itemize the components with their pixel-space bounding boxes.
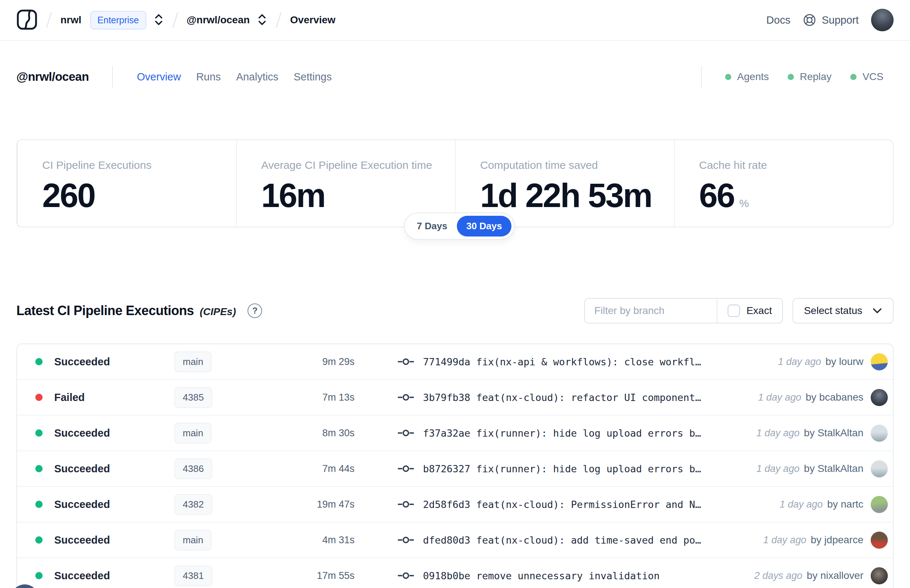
cipe-row[interactable]: Succeeded main 4m 31s dfed80d3 feat(nx-c…	[17, 522, 893, 558]
workspace-tab[interactable]: Settings	[294, 71, 332, 83]
status-cell: Succeeded	[35, 463, 175, 475]
stat-number: 66	[699, 176, 734, 215]
feature-status-item[interactable]: Replay	[788, 71, 831, 82]
relative-time: 1 day ago	[778, 356, 821, 367]
stat-card: CI Pipeline Executions 260	[17, 140, 236, 227]
branch-cell: main	[175, 423, 252, 444]
chevron-up-down-icon	[257, 13, 267, 27]
status-dot	[35, 501, 43, 508]
author-avatar[interactable]	[871, 567, 888, 584]
branch-badge[interactable]: 4386	[175, 459, 212, 479]
workspace-tabs: Overview Runs Analytics Settings	[137, 71, 331, 83]
author-avatar[interactable]	[871, 353, 888, 370]
docs-link[interactable]: Docs	[766, 14, 790, 26]
duration: 19m 47s	[252, 499, 354, 510]
cipe-row[interactable]: Failed 4385 7m 13s 3b79fb38 feat(nx-clou…	[17, 380, 893, 415]
git-commit-icon	[398, 393, 414, 402]
workspace-tab[interactable]: Runs	[196, 71, 221, 83]
stat-label: Cache hit rate	[699, 159, 886, 171]
branch-badge[interactable]: 4382	[175, 494, 212, 515]
author-avatar[interactable]	[871, 425, 888, 442]
status-cell: Succeeded	[35, 356, 175, 368]
help-icon[interactable]: ?	[247, 304, 262, 318]
meta-cell: 1 day ago by nartc	[773, 496, 888, 513]
workspace-tab[interactable]: Analytics	[236, 71, 278, 83]
topbar-right: Docs Support	[766, 9, 894, 31]
breadcrumb-workspace[interactable]: @nrwl/ocean	[187, 14, 250, 26]
user-avatar[interactable]	[871, 9, 894, 31]
topbar: nrwl Enterprise @nrwl/ocean Overview Doc…	[0, 0, 910, 41]
breadcrumb-page: Overview	[290, 14, 336, 26]
meta-cell: 1 day ago by lourw	[771, 353, 888, 370]
feature-status-group: Agents Replay VCS	[701, 66, 894, 87]
author-avatar[interactable]	[871, 389, 888, 406]
cipe-row[interactable]: Succeeded 4381 17m 55s 0918b0be remove u…	[17, 558, 893, 588]
commit-message[interactable]: 3b79fb38 feat(nx-cloud): refactor UI com…	[423, 392, 701, 403]
chevron-up-down-icon	[154, 13, 164, 27]
org-switcher-button[interactable]	[154, 13, 164, 27]
breadcrumb-org[interactable]: nrwl	[60, 14, 82, 26]
status-select-dropdown[interactable]: Select status	[792, 298, 894, 323]
stat-value: 16m	[261, 176, 448, 215]
branch-cell: 4382	[175, 494, 252, 515]
git-commit-icon	[398, 499, 414, 509]
date-range-option[interactable]: 30 Days	[457, 216, 511, 236]
author-avatar[interactable]	[871, 531, 888, 549]
cipe-row[interactable]: Succeeded 4386 7m 44s b8726327 fix(runne…	[17, 451, 893, 487]
status-label: Succeeded	[54, 463, 110, 475]
cipe-row[interactable]: Succeeded main 8m 30s f37a32ae fix(runne…	[17, 415, 893, 451]
branch-filter-group: Exact	[584, 298, 783, 323]
feature-status-label: Agents	[737, 71, 769, 82]
author-avatar[interactable]	[871, 460, 888, 477]
commit-message[interactable]: 2d58f6d3 feat(nx-cloud): PermissionError…	[423, 499, 701, 510]
branch-badge[interactable]: 4381	[175, 565, 212, 586]
commit-message[interactable]: 0918b0be remove unnecessary invalidation	[423, 570, 659, 582]
git-commit-icon	[398, 571, 414, 580]
stat-label: CI Pipeline Executions	[42, 159, 229, 171]
cipes-section-header: Latest CI Pipeline Executions (CIPEs) ? …	[0, 298, 910, 324]
cipe-row[interactable]: Succeeded 4382 19m 47s 2d58f6d3 feat(nx-…	[17, 487, 893, 522]
branch-badge[interactable]: main	[175, 530, 212, 551]
exact-toggle[interactable]: Exact	[717, 299, 782, 323]
commit-message[interactable]: b8726327 fix(runner): hide log upload er…	[423, 463, 701, 475]
branch-badge[interactable]: 4385	[175, 387, 212, 408]
commit-message[interactable]: dfed80d3 feat(nx-cloud): add time-saved …	[423, 535, 701, 546]
nx-cloud-logo[interactable]	[16, 9, 37, 31]
relative-time: 1 day ago	[758, 392, 802, 403]
support-link[interactable]: Support	[803, 13, 859, 27]
feature-status-item[interactable]: Agents	[725, 71, 769, 82]
cipes-controls: Exact Select status	[584, 298, 894, 323]
relative-time: 2 days ago	[754, 570, 802, 582]
status-cell: Succeeded	[35, 499, 175, 510]
feature-status-dot	[850, 74, 857, 80]
feature-status-item[interactable]: VCS	[850, 71, 883, 82]
workspace-switcher-button[interactable]	[257, 13, 267, 27]
stat-value: 66 %	[699, 176, 886, 215]
cipe-row[interactable]: Succeeded main 9m 29s 771499da fix(nx-ap…	[17, 344, 893, 380]
enterprise-badge: Enterprise	[90, 11, 146, 29]
status-label: Succeeded	[54, 499, 110, 510]
breadcrumb-separator	[172, 12, 178, 28]
breadcrumb-separator	[276, 12, 281, 28]
author-avatar[interactable]	[871, 496, 888, 513]
date-range-option[interactable]: 7 Days	[407, 216, 457, 236]
header-divider	[112, 66, 113, 87]
page-title: @nrwl/ocean	[16, 70, 89, 84]
workspace-tab[interactable]: Overview	[137, 71, 181, 83]
branch-filter-input[interactable]	[585, 299, 717, 323]
branch-badge[interactable]: main	[175, 352, 212, 372]
status-label: Succeeded	[54, 427, 110, 439]
support-label: Support	[821, 14, 859, 26]
stat-number: 16m	[261, 176, 325, 215]
commit-cell: 0918b0be remove unnecessary invalidation	[398, 570, 747, 582]
status-cell: Failed	[35, 391, 175, 404]
exact-checkbox[interactable]	[727, 305, 740, 317]
branch-cell: 4386	[175, 459, 252, 479]
author: by nartc	[827, 499, 863, 510]
branch-badge[interactable]: main	[175, 423, 212, 444]
date-range-toggle: 7 Days 30 Days	[404, 213, 515, 240]
branch-cell: main	[175, 352, 252, 372]
chevron-down-icon	[873, 308, 882, 313]
commit-message[interactable]: f37a32ae fix(runner): hide log upload er…	[423, 428, 701, 439]
commit-message[interactable]: 771499da fix(nx-api & workflows): close …	[423, 356, 701, 367]
